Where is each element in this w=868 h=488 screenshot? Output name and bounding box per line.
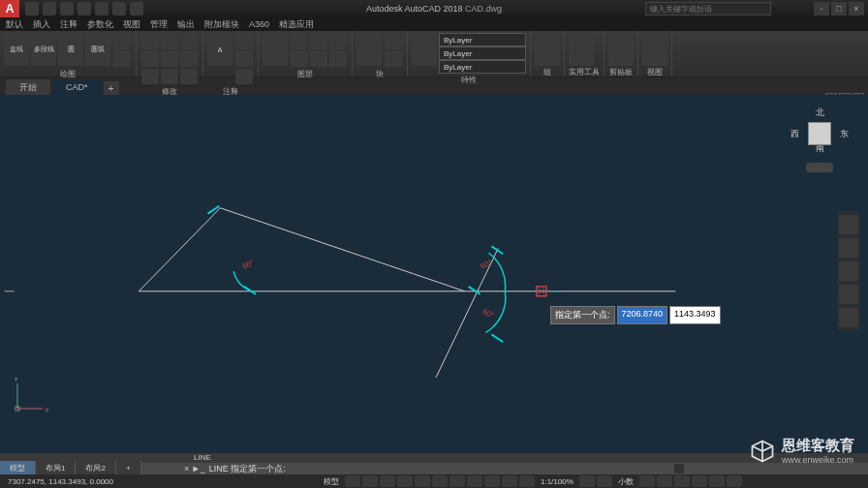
viewcube-east[interactable]: 东 xyxy=(840,128,849,140)
circle-button[interactable]: 圆 xyxy=(58,33,83,66)
fillet-button[interactable] xyxy=(180,51,198,67)
measure-button[interactable] xyxy=(569,33,594,66)
layer-tool-icon[interactable] xyxy=(291,51,308,67)
sb-scale[interactable]: 1:1/100% xyxy=(537,477,577,486)
copy-button[interactable] xyxy=(141,51,159,67)
linetype-combo[interactable]: ByLayer xyxy=(439,46,526,60)
sb-3dosnap-icon[interactable] xyxy=(432,475,448,487)
tab-manage[interactable]: 管理 xyxy=(150,18,168,31)
new-tab-button[interactable]: + xyxy=(104,81,119,95)
sb-monitor-icon[interactable] xyxy=(657,475,672,487)
rotate-button[interactable] xyxy=(161,34,178,49)
nav-pan-icon[interactable] xyxy=(839,238,858,258)
polyline-button[interactable]: 多段线 xyxy=(31,33,56,66)
color-combo[interactable]: ByLayer xyxy=(439,33,526,46)
text-button[interactable]: A xyxy=(207,33,232,66)
trim-button[interactable] xyxy=(180,34,198,49)
nav-showmotion-icon[interactable] xyxy=(839,308,858,327)
viewcube-wcs[interactable] xyxy=(806,163,833,172)
ucs-icon[interactable]: Y X xyxy=(10,378,48,420)
maximize-icon[interactable]: □ xyxy=(831,2,847,15)
viewcube-west[interactable]: 西 xyxy=(790,128,799,140)
group-button[interactable] xyxy=(535,33,560,66)
tab-featured[interactable]: 精选应用 xyxy=(279,18,314,31)
tab-model[interactable]: 模型 xyxy=(0,461,36,474)
tab-annotate[interactable]: 注释 xyxy=(60,18,78,31)
tab-a360[interactable]: A360 xyxy=(249,19,269,29)
sb-cycling-icon[interactable] xyxy=(502,475,517,487)
sb-polar-icon[interactable] xyxy=(397,475,413,487)
insert-block-button[interactable] xyxy=(356,33,382,66)
sb-clean-icon[interactable] xyxy=(709,475,725,487)
layer-properties-button[interactable] xyxy=(263,33,288,66)
sb-gear-icon[interactable] xyxy=(579,475,595,487)
tab-addins[interactable]: 附加模块 xyxy=(204,18,239,31)
tab-layout2[interactable]: 布局2 xyxy=(76,461,115,474)
sb-model[interactable]: 模型 xyxy=(320,476,343,487)
drawing-canvas[interactable]: 60° 60° 60° 北 南 东 西 指定第一个点: 7206.8740 11… xyxy=(0,95,868,459)
minimize-icon[interactable]: - xyxy=(814,2,829,15)
help-search-input[interactable] xyxy=(645,2,771,15)
arc-button[interactable]: 圆弧 xyxy=(85,33,110,66)
nav-wheel-icon[interactable] xyxy=(839,215,858,234)
move-button[interactable] xyxy=(141,34,159,49)
qat-plot-icon[interactable] xyxy=(95,2,108,15)
lineweight-combo[interactable]: ByLayer xyxy=(439,60,526,74)
tab-insert[interactable]: 插入 xyxy=(33,18,50,31)
tab-view[interactable]: 视图 xyxy=(123,18,140,31)
dim-linear-icon[interactable] xyxy=(235,34,253,49)
tab-layout-plus[interactable]: + xyxy=(116,461,141,474)
sb-ortho-icon[interactable] xyxy=(380,475,395,487)
stretch-button[interactable] xyxy=(141,69,159,84)
viewcube-north[interactable]: 北 xyxy=(816,107,824,119)
qat-saveas-icon[interactable] xyxy=(78,2,91,15)
tab-parametric[interactable]: 参数化 xyxy=(87,18,113,31)
viewcube[interactable]: 北 南 东 西 xyxy=(790,105,849,172)
layer-tool-icon[interactable] xyxy=(291,34,308,49)
qat-redo-icon[interactable] xyxy=(130,2,143,15)
tab-output[interactable]: 输出 xyxy=(177,18,195,31)
sb-workspace-icon[interactable] xyxy=(639,475,655,487)
block-create-icon[interactable] xyxy=(385,34,402,49)
sb-grid-icon[interactable] xyxy=(345,475,360,487)
layer-tool-icon[interactable] xyxy=(329,34,347,49)
qat-open-icon[interactable] xyxy=(43,2,56,15)
draw-tool-icon[interactable] xyxy=(113,34,131,49)
dim-table-icon[interactable] xyxy=(235,69,253,84)
sb-dyn-icon[interactable] xyxy=(519,475,535,487)
close-icon[interactable]: × xyxy=(849,2,864,15)
mirror-button[interactable] xyxy=(161,51,178,67)
doc-tab-cad[interactable]: CAD* xyxy=(52,79,102,95)
layer-tool-icon[interactable] xyxy=(310,51,327,67)
qat-new-icon[interactable] xyxy=(25,2,39,15)
app-logo[interactable]: A xyxy=(0,0,19,17)
nav-zoom-icon[interactable] xyxy=(839,261,858,281)
nav-orbit-icon[interactable] xyxy=(839,285,858,304)
viewcube-top-face[interactable] xyxy=(808,122,831,145)
draw-tool-icon[interactable] xyxy=(113,51,131,67)
qat-undo-icon[interactable] xyxy=(112,2,126,15)
layer-tool-icon[interactable] xyxy=(329,51,347,67)
qat-save-icon[interactable] xyxy=(60,2,74,15)
sb-hardware-icon[interactable] xyxy=(692,475,707,487)
sb-ann-icon[interactable] xyxy=(597,475,612,487)
sb-lwt-icon[interactable] xyxy=(467,475,482,487)
cmd-scroll-icon[interactable] xyxy=(674,464,684,473)
sb-units[interactable]: 小数 xyxy=(614,476,637,487)
match-properties-button[interactable] xyxy=(412,33,437,66)
sb-custom-icon[interactable] xyxy=(727,475,742,487)
paste-button[interactable] xyxy=(608,33,634,66)
dim-leader-icon[interactable] xyxy=(235,51,253,67)
doc-tab-start[interactable]: 开始 xyxy=(6,79,50,95)
dyn-y-field[interactable]: 1143.3493 xyxy=(669,306,721,324)
tab-layout1[interactable]: 布局1 xyxy=(36,461,76,474)
tab-default[interactable]: 默认 xyxy=(6,18,23,31)
layer-tool-icon[interactable] xyxy=(310,34,327,49)
sb-osnap-icon[interactable] xyxy=(415,475,430,487)
coord-display[interactable]: 7307.2475, 1143.3493, 0.0000 xyxy=(0,477,121,486)
base-button[interactable] xyxy=(642,33,667,66)
line-button[interactable]: 直线 xyxy=(4,33,29,66)
sb-otrack-icon[interactable] xyxy=(450,475,465,487)
scale-button[interactable] xyxy=(161,69,178,84)
sb-transparency-icon[interactable] xyxy=(484,475,500,487)
